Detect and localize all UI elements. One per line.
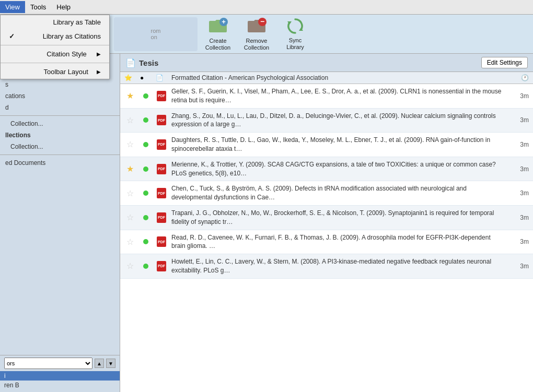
star-empty-icon: ☆	[126, 261, 134, 271]
cell-dot	[140, 239, 152, 244]
cell-pdf[interactable]: PDF	[156, 188, 167, 198]
cell-time: 3m	[508, 263, 529, 270]
star-empty-icon: ☆	[126, 237, 134, 247]
create-collection-button[interactable]: + CreateCollection	[200, 17, 236, 51]
sync-library-button[interactable]: SyncLibrary	[277, 17, 314, 51]
left-panel-documents[interactable]: ed Documents	[0, 157, 120, 169]
th-pdf: 📄	[156, 74, 167, 81]
th-dot: ●	[140, 74, 152, 81]
remove-collection-label: RemoveCollection	[244, 38, 269, 51]
pdf-icon: PDF	[157, 91, 166, 101]
cell-time: 3m	[508, 165, 529, 173]
cell-time: 3m	[508, 189, 529, 197]
filter-select[interactable]: ors	[4, 358, 92, 369]
left-panel-collection1[interactable]: Collection...	[0, 118, 120, 129]
filter-scroll-up[interactable]: ▲	[95, 359, 104, 368]
table-row[interactable]: ★PDFMerienne, K., & Trottier, Y. (2009).…	[120, 157, 533, 182]
pdf-icon: PDF	[157, 188, 166, 198]
filter-scroll-down[interactable]: ▼	[106, 359, 115, 368]
cell-citation-text: Trapani, J. G., Obholzer, N., Mo, W., Br…	[171, 209, 504, 227]
cell-dot	[140, 215, 152, 220]
table-row[interactable]: ★PDFGeller, S. F., Guerin, K. I., Visel,…	[120, 84, 533, 109]
green-dot-icon	[143, 264, 148, 269]
cell-star[interactable]: ☆	[124, 115, 136, 125]
th-clock: 🕐	[508, 74, 529, 81]
table-header: ⭐ ● 📄 Formatted Citation - American Psyc…	[120, 72, 533, 84]
collection-title: 📄 Tesis	[125, 58, 158, 68]
cell-dot	[140, 117, 152, 123]
cell-pdf[interactable]: PDF	[156, 261, 167, 271]
cell-time: 3m	[508, 116, 529, 124]
cell-pdf[interactable]: PDF	[156, 91, 167, 101]
menu-library-citations[interactable]: Library as Citations	[1, 29, 109, 43]
menu-view[interactable]: View	[0, 1, 25, 13]
cell-dot	[140, 264, 152, 269]
left-panel-citations[interactable]: cations	[0, 90, 120, 102]
toolbar-layout-arrow: ▶	[97, 69, 101, 75]
cell-pdf[interactable]: PDF	[156, 212, 167, 223]
menu-library-table[interactable]: Library as Table	[1, 15, 109, 29]
green-dot-icon	[143, 117, 148, 123]
cell-citation-text: Read, R. D., Cavenee, W. K., Furnari, F.…	[171, 233, 504, 251]
star-filled-icon: ★	[126, 164, 134, 174]
star-empty-icon: ☆	[126, 115, 134, 125]
cell-citation-text: Chen, C., Tuck, S., & Byström, A. S. (20…	[171, 184, 504, 202]
cell-pdf[interactable]: PDF	[156, 139, 167, 150]
star-empty-icon: ☆	[126, 139, 134, 149]
table-row[interactable]: ☆PDFRead, R. D., Cavenee, W. K., Furnari…	[120, 230, 533, 255]
table-row[interactable]: ☆PDFChen, C., Tuck, S., & Byström, A. S.…	[120, 181, 533, 206]
collection-header: 📄 Tesis Edit Settings	[120, 54, 533, 72]
pdf-icon: PDF	[157, 212, 166, 223]
cell-dot	[140, 191, 152, 196]
green-dot-icon	[143, 215, 148, 220]
cell-star[interactable]: ☆	[124, 139, 136, 149]
toolbar: romon + CreateCollection − RemoveCollect…	[110, 15, 533, 54]
cell-time: 3m	[508, 238, 529, 245]
cell-pdf[interactable]: PDF	[156, 236, 167, 247]
author-item-renb[interactable]: ren B	[0, 381, 120, 390]
menu-help[interactable]: Help	[51, 1, 76, 13]
table-body: ★PDFGeller, S. F., Guerin, K. I., Visel,…	[120, 84, 533, 392]
create-collection-label: CreateCollection	[205, 38, 230, 51]
right-panel: 📄 Tesis Edit Settings ⭐ ● 📄 Formatted Ci…	[120, 54, 533, 392]
cell-star[interactable]: ★	[124, 91, 136, 101]
pdf-icon: PDF	[157, 115, 166, 125]
remove-collection-icon: −	[247, 17, 266, 35]
cell-pdf[interactable]: PDF	[156, 164, 167, 174]
create-collection-icon: +	[208, 17, 228, 35]
table-row[interactable]: ☆PDFHowlett, E., Lin, C. C., Lavery, W.,…	[120, 254, 533, 279]
cell-pdf[interactable]: PDF	[156, 115, 167, 125]
sync-library-icon	[286, 17, 304, 35]
svg-text:−: −	[260, 17, 264, 26]
table-row[interactable]: ☆PDFDaughters, R. S., Tuttle, D. L., Gao…	[120, 133, 533, 157]
edit-settings-button[interactable]: Edit Settings	[481, 57, 528, 68]
menu-citation-style[interactable]: Citation Style ▶	[1, 47, 109, 61]
table-row[interactable]: ☆PDFZhang, S., Zou, M., Lu, L., Lau, D.,…	[120, 109, 533, 133]
cell-star[interactable]: ☆	[124, 212, 136, 222]
left-panel-s[interactable]: s	[0, 79, 120, 90]
remove-collection-button[interactable]: − RemoveCollection	[238, 17, 275, 51]
green-dot-icon	[143, 142, 148, 147]
filter-row: ors ▲ ▼	[0, 355, 120, 371]
cell-star[interactable]: ☆	[124, 188, 136, 198]
menu-tools[interactable]: Tools	[25, 1, 51, 13]
filter-value-i[interactable]: i	[0, 371, 120, 381]
green-dot-icon	[143, 93, 148, 99]
left-panel-collection2[interactable]: Collection...	[0, 141, 120, 152]
star-empty-icon: ☆	[126, 188, 134, 198]
menu-toolbar-layout[interactable]: Toolbar Layout ▶	[1, 65, 109, 79]
pdf-icon: PDF	[157, 139, 166, 150]
th-star: ⭐	[124, 74, 136, 81]
green-dot-icon	[143, 191, 148, 196]
cell-time: 3m	[508, 141, 529, 148]
th-citation[interactable]: Formatted Citation - American Psychologi…	[171, 74, 504, 81]
cell-dot	[140, 93, 152, 99]
table-row[interactable]: ☆PDFTrapani, J. G., Obholzer, N., Mo, W.…	[120, 206, 533, 230]
left-panel-collections-header: llections	[0, 129, 120, 141]
cell-star[interactable]: ★	[124, 164, 136, 174]
star-filled-icon: ★	[126, 91, 134, 101]
star-empty-icon: ☆	[126, 212, 134, 222]
cell-star[interactable]: ☆	[124, 237, 136, 247]
left-panel-d[interactable]: d	[0, 102, 120, 113]
cell-star[interactable]: ☆	[124, 261, 136, 271]
